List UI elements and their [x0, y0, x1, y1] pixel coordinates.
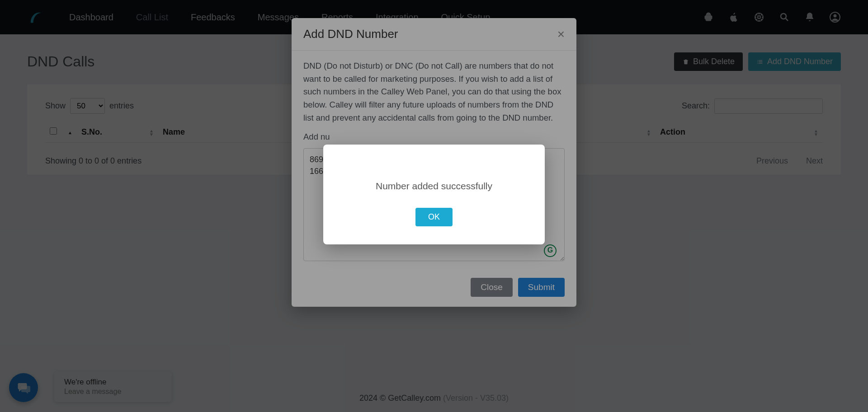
- alert-ok-button[interactable]: OK: [415, 208, 453, 226]
- alert-message: Number added successfully: [337, 181, 531, 192]
- success-alert: Number added successfully OK: [323, 145, 545, 244]
